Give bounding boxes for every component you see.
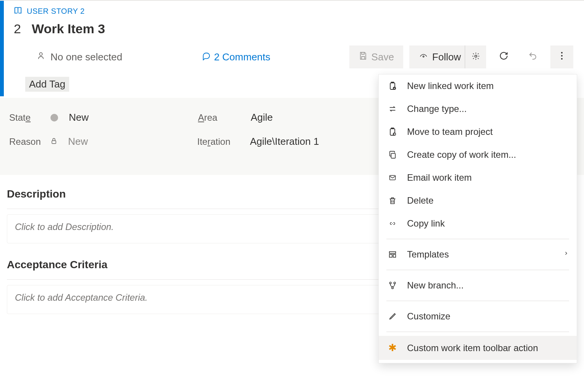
trash-icon (387, 196, 398, 205)
state-value: New (69, 112, 89, 123)
branch-icon (387, 280, 398, 290)
work-item-type-row: USER STORY 2 (14, 3, 584, 16)
work-item-id: 2 (14, 21, 21, 36)
menu-copy-link[interactable]: Copy link (379, 212, 577, 235)
more-actions-menu: New linked work item Change type... Move… (378, 74, 577, 363)
menu-label: Templates (407, 249, 449, 260)
menu-separator (386, 270, 569, 270)
iteration-field[interactable]: Iteration Agile\Iteration 1 (197, 136, 319, 147)
chevron-right-icon (564, 249, 568, 259)
menu-templates[interactable]: Templates (379, 243, 577, 266)
eye-icon (419, 51, 428, 63)
menu-separator (386, 332, 569, 332)
menu-separator (386, 301, 569, 301)
menu-delete[interactable]: Delete (379, 189, 577, 212)
iteration-label: Iteration (197, 136, 243, 147)
svg-rect-6 (52, 141, 56, 144)
menu-label: Delete (407, 195, 433, 206)
clipboard-check-icon (387, 81, 398, 91)
reason-field[interactable]: Reason New (9, 136, 88, 147)
more-actions-button[interactable] (550, 45, 573, 68)
iteration-value: Agile\Iteration 1 (250, 136, 319, 147)
work-item-type-label[interactable]: USER STORY 2 (27, 7, 85, 16)
toolbar-right: Save Follow (349, 45, 573, 68)
menu-label: Customize (407, 311, 450, 322)
area-field[interactable]: Area Agile (198, 112, 273, 123)
area-value: Agile (251, 112, 273, 123)
state-field[interactable]: State New (9, 112, 89, 123)
menu-new-branch[interactable]: New branch... (379, 274, 577, 297)
svg-point-18 (392, 287, 394, 289)
follow-settings-button[interactable] (465, 45, 486, 68)
template-icon (387, 250, 398, 259)
book-icon (14, 6, 22, 16)
svg-point-2 (475, 55, 477, 57)
title-row: 2 Work Item 3 (14, 16, 584, 36)
svg-rect-11 (391, 153, 395, 158)
mail-icon (387, 174, 398, 181)
reason-label: Reason (9, 136, 44, 147)
save-icon (359, 51, 368, 63)
clipboard-arrow-icon (387, 127, 398, 137)
menu-label: New branch... (407, 280, 464, 291)
revert-button[interactable] (521, 45, 544, 68)
person-icon (37, 51, 45, 63)
toolbar-row: No one selected 2 Comments Save Foll (14, 36, 584, 72)
follow-button[interactable]: Follow (409, 45, 465, 68)
svg-rect-15 (393, 254, 396, 257)
menu-change-type[interactable]: Change type... (379, 97, 577, 120)
gear-icon (472, 52, 480, 62)
menu-label: Move to team project (407, 126, 493, 137)
menu-separator (386, 239, 569, 239)
menu-customize[interactable]: Customize (379, 305, 577, 328)
svg-point-4 (561, 55, 563, 57)
menu-new-linked-work-item[interactable]: New linked work item (379, 75, 577, 97)
svg-point-16 (389, 282, 391, 284)
svg-point-5 (561, 58, 563, 60)
menu-move-to-team-project[interactable]: Move to team project (379, 120, 577, 143)
svg-rect-14 (389, 254, 392, 257)
menu-label: Email work item (407, 172, 472, 183)
save-label: Save (371, 51, 394, 63)
undo-icon (528, 51, 538, 63)
more-vertical-icon (561, 51, 563, 63)
svg-point-0 (39, 52, 42, 55)
asterisk-icon: ✱ (387, 342, 398, 354)
menu-label: New linked work item (407, 81, 494, 91)
state-label: State (9, 112, 44, 123)
menu-custom-work-item-toolbar-action[interactable]: ✱ Custom work item toolbar action (379, 336, 577, 360)
lock-icon (50, 137, 57, 147)
svg-point-17 (394, 282, 396, 284)
svg-point-1 (423, 56, 424, 57)
type-color-strip (0, 1, 4, 96)
menu-label: Custom work item toolbar action (407, 343, 538, 353)
add-tag-button[interactable]: Add Tag (25, 77, 69, 92)
assignee-label: No one selected (50, 51, 122, 63)
comment-icon (202, 51, 211, 63)
save-button: Save (349, 45, 403, 68)
copy-icon (387, 150, 398, 159)
svg-rect-13 (389, 252, 396, 254)
assigned-to-field[interactable]: No one selected (37, 51, 122, 63)
state-dot-icon (50, 114, 58, 121)
comments-link[interactable]: 2 Comments (202, 51, 270, 63)
link-icon (387, 220, 398, 227)
work-item-title[interactable]: Work Item 3 (32, 21, 105, 36)
menu-email-work-item[interactable]: Email work item (379, 166, 577, 189)
follow-label: Follow (432, 51, 461, 63)
svg-point-3 (561, 52, 563, 53)
area-label: Area (198, 112, 244, 123)
top-border (0, 0, 584, 1)
menu-label: Change type... (407, 104, 467, 114)
pencil-icon (387, 312, 398, 321)
swap-icon (387, 105, 398, 113)
menu-label: Copy link (407, 218, 445, 229)
comments-label: 2 Comments (214, 51, 270, 63)
menu-label: Create copy of work item... (407, 149, 516, 160)
menu-create-copy[interactable]: Create copy of work item... (379, 143, 577, 166)
refresh-icon (499, 51, 508, 63)
refresh-button[interactable] (492, 45, 515, 68)
reason-value: New (68, 136, 88, 147)
